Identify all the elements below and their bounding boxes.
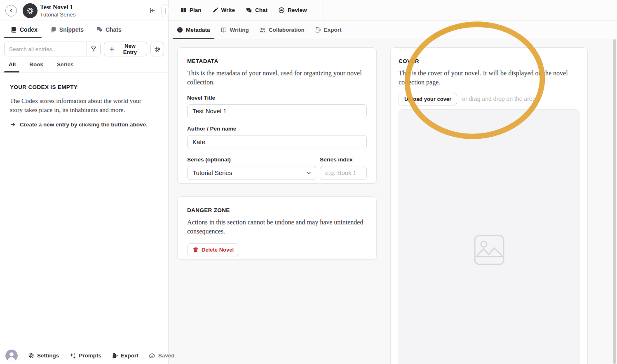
write-label: Write	[221, 7, 235, 13]
export-label: Export	[121, 352, 138, 359]
people-icon	[259, 27, 266, 33]
upload-cover-button[interactable]: Upload your cover	[399, 93, 457, 105]
pencil-icon	[212, 7, 218, 13]
grip-icon	[165, 8, 166, 14]
tab-label: Metadata	[186, 27, 210, 33]
series-index-input[interactable]	[320, 166, 367, 180]
collapse-sidebar-button[interactable]	[149, 7, 157, 15]
person-icon	[5, 350, 18, 362]
eye-icon	[278, 7, 285, 14]
novel-settings-tabs: Metadata Writing Collaboration Export	[169, 21, 617, 39]
codex-empty-state: YOUR CODEX IS EMPTY The Codex stores inf…	[0, 73, 168, 139]
sidebar-tab-codex[interactable]: Codex	[10, 21, 38, 38]
filter-tab-all[interactable]: All	[9, 56, 16, 72]
plan-label: Plan	[190, 7, 202, 13]
prompts-button[interactable]: Prompts	[69, 352, 101, 359]
search-group	[4, 42, 101, 56]
sidebar-tab-label: Chats	[106, 26, 122, 33]
main-panel: Plan Write Chat Review	[169, 0, 617, 364]
delete-novel-button[interactable]: Delete Novel	[187, 243, 239, 256]
tab-writing[interactable]: Writing	[221, 21, 249, 39]
export-doc-icon	[315, 27, 321, 33]
filter-tab-label: Series	[57, 61, 74, 68]
tab-label: Export	[324, 27, 342, 33]
metadata-page: METADATA This is the metadata of your no…	[169, 39, 617, 364]
image-placeholder-icon	[474, 234, 505, 266]
metadata-description: This is the metadata of your novel, used…	[187, 69, 367, 87]
danger-zone-description: Actions in this section cannot be undone…	[187, 218, 367, 236]
sparkles-icon	[69, 352, 76, 359]
app-window: Test Novel 1 Tutorial Series Codex	[0, 0, 617, 364]
series-label: Series (optional)	[187, 156, 316, 163]
tab-metadata[interactable]: Metadata	[177, 21, 210, 39]
tab-label: Collaboration	[269, 27, 305, 33]
novel-avatar[interactable]	[23, 3, 38, 18]
chat-label: Chat	[255, 7, 267, 13]
novel-title-label: Novel Title	[187, 95, 367, 101]
filter-button[interactable]	[87, 42, 100, 56]
snippets-icon	[50, 26, 56, 33]
series-select[interactable]: Tutorial Series	[187, 166, 316, 180]
funnel-icon	[90, 46, 97, 52]
drag-drop-hint: or drag and drop on the area	[462, 96, 535, 102]
tab-collaboration[interactable]: Collaboration	[259, 21, 305, 39]
tab-export[interactable]: Export	[315, 21, 342, 39]
novel-title-input[interactable]	[187, 104, 367, 118]
cover-heading: COVER	[399, 58, 579, 64]
toolbar-divider	[324, 0, 324, 20]
write-button[interactable]: Write	[212, 7, 235, 13]
export-button[interactable]: Export	[112, 352, 138, 359]
novel-title: Test Novel 1	[40, 3, 76, 11]
empty-state-description: The Codex stores information about the w…	[10, 96, 155, 114]
series-index-column: Series index	[320, 156, 367, 180]
review-button[interactable]: Review	[278, 7, 307, 14]
author-input[interactable]	[187, 135, 367, 149]
series-row: Series (optional) Tutorial Series Series…	[187, 156, 367, 180]
filter-tab-label: All	[9, 61, 16, 68]
gear-icon	[26, 7, 34, 15]
filter-tab-label: Book	[29, 61, 43, 68]
chat-button[interactable]: Chat	[246, 7, 267, 14]
novel-heading: Test Novel 1 Tutorial Series	[40, 3, 76, 19]
trash-icon	[192, 247, 199, 253]
new-entry-label: New Entry	[117, 43, 142, 55]
vertical-scrollbar[interactable]	[613, 39, 616, 364]
user-avatar[interactable]	[5, 350, 18, 362]
new-entry-button[interactable]: New Entry	[104, 42, 147, 56]
author-label: Author / Pen name	[187, 126, 367, 132]
plan-button[interactable]: Plan	[180, 7, 202, 14]
gear-icon	[154, 46, 161, 53]
search-input[interactable]	[5, 42, 87, 56]
danger-zone-heading: DANGER ZONE	[187, 207, 367, 213]
tab-label: Writing	[230, 27, 249, 33]
saved-status: Saved	[149, 352, 175, 359]
settings-button[interactable]: Settings	[28, 352, 59, 359]
sidebar-tab-snippets[interactable]: Snippets	[50, 21, 84, 38]
codex-settings-button[interactable]	[150, 42, 164, 56]
series-index-label: Series index	[320, 156, 367, 163]
saved-label: Saved	[158, 352, 175, 359]
empty-state-cta-text: Create a new entry by clicking the butto…	[20, 121, 148, 128]
delete-novel-label: Delete Novel	[202, 247, 234, 253]
export-doc-icon	[112, 352, 118, 359]
collapse-left-icon	[149, 7, 157, 14]
book-icon	[10, 26, 17, 33]
metadata-heading: METADATA	[187, 58, 367, 64]
sidebar-tab-chats[interactable]: Chats	[96, 21, 122, 38]
sidebar-header: Test Novel 1 Tutorial Series	[0, 0, 168, 21]
cover-dropzone[interactable]	[399, 109, 579, 364]
sidebar: Test Novel 1 Tutorial Series Codex	[0, 0, 169, 364]
panel-resize-handle[interactable]	[161, 5, 169, 17]
settings-label: Settings	[37, 352, 59, 359]
back-button[interactable]	[5, 5, 17, 16]
series-column: Series (optional) Tutorial Series	[187, 156, 316, 180]
filter-tab-book[interactable]: Book	[29, 56, 43, 72]
arrow-right-icon	[10, 121, 16, 128]
sidebar-tab-label: Codex	[20, 26, 38, 33]
info-icon	[177, 27, 183, 33]
filter-tab-series[interactable]: Series	[57, 56, 74, 72]
danger-zone-card: DANGER ZONE Actions in this section cann…	[177, 196, 377, 260]
empty-state-title: YOUR CODEX IS EMPTY	[10, 84, 158, 90]
metadata-card: METADATA This is the metadata of your no…	[177, 47, 377, 184]
cover-card: COVER This is the cover of your novel. I…	[390, 47, 588, 364]
